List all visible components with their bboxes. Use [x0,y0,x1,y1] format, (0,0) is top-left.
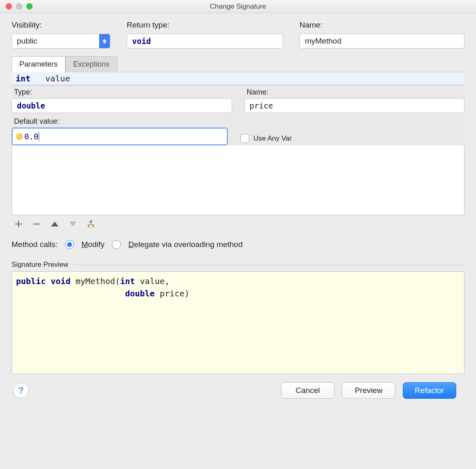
default-value-label: Default value: [12,117,228,127]
method-name-label: Name: [300,21,464,30]
tab-exceptions[interactable]: Exceptions [65,56,117,72]
parameter-list[interactable]: int value [12,72,464,85]
tabs: Parameters Exceptions [12,56,464,72]
return-type-input[interactable]: void [127,34,283,49]
param-name-value: price [250,101,273,110]
radio-delegate-label: Delegate via overloading method [128,240,243,249]
refactor-button[interactable]: Refactor [403,382,456,399]
lightbulb-icon[interactable] [16,133,23,140]
chevron-up-down-icon [99,34,110,48]
visibility-select[interactable]: public [12,34,110,49]
visibility-value: public [12,37,99,46]
window-controls [6,3,33,9]
signature-preview-label: Signature Preview [12,261,68,269]
preview-button[interactable]: Preview [342,382,395,399]
tab-parameters[interactable]: Parameters [12,56,65,72]
svg-rect-1 [88,225,90,227]
return-type-label: Return type: [127,21,283,30]
param-name-input[interactable]: price [244,98,465,113]
minimize-icon[interactable] [16,3,22,9]
svg-point-0 [90,220,92,223]
move-up-icon[interactable] [50,219,59,229]
svg-rect-2 [92,225,94,227]
text-caret [39,132,39,141]
param-name-label: Name: [244,88,465,98]
param-type-input[interactable]: double [12,98,232,113]
help-button[interactable]: ? [13,383,29,398]
method-name-value: myMethod [305,37,341,46]
close-icon[interactable] [6,3,12,9]
add-icon[interactable] [14,219,23,229]
param-type-label: Type: [12,88,232,98]
param-name: value [45,74,70,83]
radio-delegate[interactable] [112,240,121,249]
zoom-icon[interactable] [26,3,33,9]
move-down-icon [68,219,77,229]
divider [73,265,464,265]
return-type-value: void [132,37,151,46]
titlebar: Change Signature [0,0,476,13]
parameter-edit-spacer [12,146,464,215]
signature-preview: public void myMethod(int value, double p… [12,271,464,374]
propagate-icon[interactable] [86,219,95,229]
use-any-var-checkbox[interactable] [240,134,249,143]
parameter-toolbar [12,215,464,233]
param-type-value: double [17,101,45,110]
default-value-input[interactable]: 0.0 [12,127,228,146]
window-title: Change Signature [0,2,476,11]
parameter-row[interactable]: int value [12,72,464,85]
param-type: int [16,74,30,83]
radio-modify-label: Modify [81,240,104,249]
default-value-text: 0.0 [24,132,38,141]
method-name-input[interactable]: myMethod [300,34,464,49]
method-calls-label: Method calls: [12,240,58,249]
use-any-var-label: Use Any Var [253,134,292,143]
visibility-label: Visibility: [12,21,110,30]
remove-icon[interactable] [32,219,41,229]
radio-modify[interactable] [65,240,74,249]
cancel-button[interactable]: Cancel [281,382,334,399]
